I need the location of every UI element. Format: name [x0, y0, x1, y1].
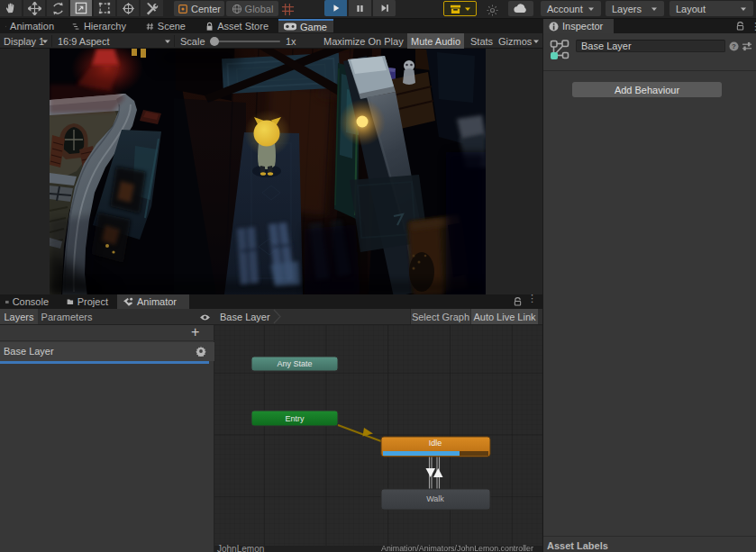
svg-text:Walk: Walk	[426, 494, 444, 503]
svg-text:Any State: Any State	[277, 359, 312, 368]
svg-text:Idle: Idle	[429, 439, 442, 448]
svg-text:?: ?	[732, 42, 736, 50]
svg-text:Entry: Entry	[285, 414, 305, 423]
